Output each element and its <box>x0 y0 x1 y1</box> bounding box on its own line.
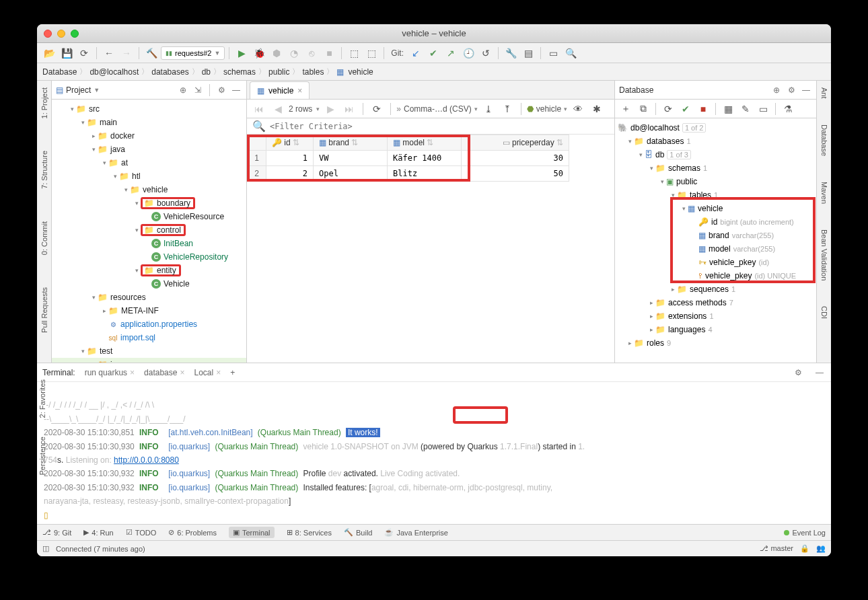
terminal-output[interactable]: -/ /_/ / / /_/ / __ |/ , _/ ,< / /_/ /\ … <box>37 382 831 524</box>
tab-pull-requests[interactable]: Pull Requests <box>39 285 50 336</box>
layout-icon[interactable]: ⬚ <box>363 45 379 61</box>
gear-icon[interactable]: ⚙ <box>792 367 804 379</box>
vcs-rollback-icon[interactable]: ↺ <box>478 45 494 61</box>
export-icon[interactable]: ⤓ <box>480 101 497 117</box>
search-everywhere-icon[interactable]: 🔍 <box>563 45 579 61</box>
tab-commit[interactable]: 0: Commit <box>39 219 50 258</box>
build-icon[interactable]: 🔨 <box>143 45 159 61</box>
editor-tab-vehicle[interactable]: ▦ vehicle × <box>250 81 310 99</box>
tab-database[interactable]: Database <box>819 122 830 159</box>
terminal-tab[interactable]: database× <box>144 368 184 377</box>
vcs-commit-icon[interactable]: ✔ <box>425 45 441 61</box>
project-tree[interactable]: ▾📁src ▾📁main ▸📁docker ▾📁java ▾📁at ▾📁htl … <box>52 100 246 363</box>
new-icon[interactable]: ＋ <box>618 101 634 117</box>
presentation-icon[interactable]: ▭ <box>545 45 561 61</box>
vcs-update-icon[interactable]: ↙ <box>408 45 424 61</box>
minimize-window-button[interactable] <box>57 30 65 38</box>
filter-input[interactable] <box>270 122 609 131</box>
boundary-folder[interactable]: 📁boundary <box>141 197 195 209</box>
tab-cdi[interactable]: CDI <box>819 303 830 322</box>
wrench-icon[interactable]: 🔧 <box>503 45 519 61</box>
back-icon[interactable]: ← <box>101 45 117 61</box>
vcs-push-icon[interactable]: ↗ <box>443 45 459 61</box>
tw-services[interactable]: ⊞ 8: Services <box>287 528 332 537</box>
table-row[interactable]: 2 2 Opel Blitz 50 <box>248 166 569 182</box>
tab-structure[interactable]: 7: Structure <box>39 148 50 192</box>
tab-maven[interactable]: Maven <box>819 179 830 207</box>
first-page-icon[interactable]: ⏮ <box>251 101 267 117</box>
rows-count[interactable]: 2 rows <box>289 104 312 114</box>
terminal-tab[interactable]: run quarkus× <box>85 368 135 377</box>
more-actions-icon[interactable]: ⬚ <box>346 45 362 61</box>
view-dropdown[interactable]: vehicle <box>536 104 561 114</box>
forward-icon[interactable]: → <box>118 45 135 61</box>
refresh-icon[interactable]: ⟳ <box>76 45 92 61</box>
tw-problems[interactable]: ⊘ 6: Problems <box>168 528 217 537</box>
prev-page-icon[interactable]: ◀ <box>270 101 286 117</box>
control-folder[interactable]: 📁control <box>141 224 186 236</box>
tw-java-enterprise[interactable]: ☕ Java Enterprise <box>384 528 447 537</box>
breadcrumb-item[interactable]: db <box>202 67 211 77</box>
breadcrumb-item[interactable]: Database <box>42 67 77 77</box>
database-tree[interactable]: 🐘db@localhost1 of 2 ▾📁databases1 ▾🗄db1 o… <box>615 118 816 363</box>
coverage-icon[interactable]: ⬢ <box>268 45 285 61</box>
tab-project[interactable]: 1: Project <box>39 85 50 121</box>
tw-terminal[interactable]: ▣ Terminal <box>229 527 275 538</box>
breadcrumb-item[interactable]: vehicle <box>348 67 373 77</box>
breadcrumb-item[interactable]: tables <box>302 67 324 77</box>
select-opened-icon[interactable]: ⊕ <box>177 84 189 96</box>
reload-icon[interactable]: ⟳ <box>369 101 385 117</box>
entity-folder[interactable]: 📁entity <box>141 264 181 276</box>
commit-db-icon[interactable]: ✔ <box>678 101 694 117</box>
vcs-history-icon[interactable]: 🕘 <box>460 45 476 61</box>
table-view-icon[interactable]: ▦ <box>720 101 736 117</box>
tw-build[interactable]: 🔨 Build <box>344 528 372 537</box>
breadcrumb-item[interactable]: db@localhost <box>89 67 139 77</box>
hide-icon[interactable]: — <box>230 84 242 96</box>
rollback-db-icon[interactable]: ■ <box>695 101 711 117</box>
stop-icon[interactable]: ■ <box>321 45 337 61</box>
refresh-db-icon[interactable]: ⟳ <box>660 101 676 117</box>
tab-persistence[interactable]: Persistence <box>37 434 48 478</box>
profile-icon[interactable]: ◔ <box>286 45 302 61</box>
tw-run[interactable]: ▶ 4: Run <box>83 528 113 537</box>
tab-ant[interactable]: Ant <box>819 85 830 102</box>
gear-icon[interactable]: ⚙ <box>785 84 797 96</box>
attach-icon[interactable]: ⎋ <box>303 45 320 61</box>
save-icon[interactable]: 💾 <box>59 45 75 61</box>
last-page-icon[interactable]: ⏭ <box>341 101 357 117</box>
close-window-button[interactable] <box>44 30 52 38</box>
open-icon[interactable]: 📂 <box>41 45 57 61</box>
git-branch[interactable]: ⎇ master <box>760 544 793 553</box>
format-dropdown[interactable]: Comma-…d (CSV) <box>404 104 472 114</box>
query-icon[interactable]: ▭ <box>755 101 771 117</box>
server-url-link[interactable]: http://0.0.0.0:8080 <box>114 455 179 465</box>
filter-icon[interactable]: ⚗ <box>780 101 796 117</box>
project-structure-icon[interactable]: ▤ <box>520 45 536 61</box>
eye-icon[interactable]: 👁 <box>570 101 586 117</box>
lock-icon[interactable]: 🔒 <box>800 544 809 553</box>
expand-all-icon[interactable]: ⇲ <box>192 84 204 96</box>
data-grid[interactable]: 🔑 id ⇅ ▦ brand ⇅ ▦ model ⇅ ▭ priceperday… <box>247 135 614 363</box>
run-icon[interactable]: ▶ <box>233 45 250 61</box>
tab-favorites[interactable]: 2: Favorites <box>37 377 48 420</box>
gear-icon[interactable]: ⚙ <box>215 84 227 96</box>
tw-todo[interactable]: ☑ TODO <box>126 528 157 537</box>
debug-icon[interactable]: 🐞 <box>251 45 267 61</box>
terminal-tab[interactable]: Local× <box>194 368 221 377</box>
people-icon[interactable]: 👥 <box>816 544 826 553</box>
tw-git[interactable]: ⎇ 9: Git <box>42 528 71 537</box>
run-config-dropdown[interactable]: ▮▮ requests#2 ▼ <box>161 46 225 60</box>
new-terminal-tab[interactable]: + <box>230 368 235 377</box>
settings-icon[interactable]: ✱ <box>589 101 605 117</box>
breadcrumb-item[interactable]: databases <box>151 67 188 77</box>
add-datasource-icon[interactable]: ⊕ <box>770 84 783 96</box>
hide-icon[interactable]: — <box>813 367 826 379</box>
tw-event-log[interactable]: Event Log <box>784 529 826 537</box>
import-icon[interactable]: ⤒ <box>499 101 515 117</box>
next-page-icon[interactable]: ▶ <box>322 101 338 117</box>
table-row[interactable]: 1 1 VW Käfer 1400 30 <box>248 151 569 166</box>
close-tab-icon[interactable]: × <box>297 86 302 96</box>
breadcrumb-item[interactable]: schemas <box>223 67 256 77</box>
duplicate-icon[interactable]: ⧉ <box>635 101 651 117</box>
